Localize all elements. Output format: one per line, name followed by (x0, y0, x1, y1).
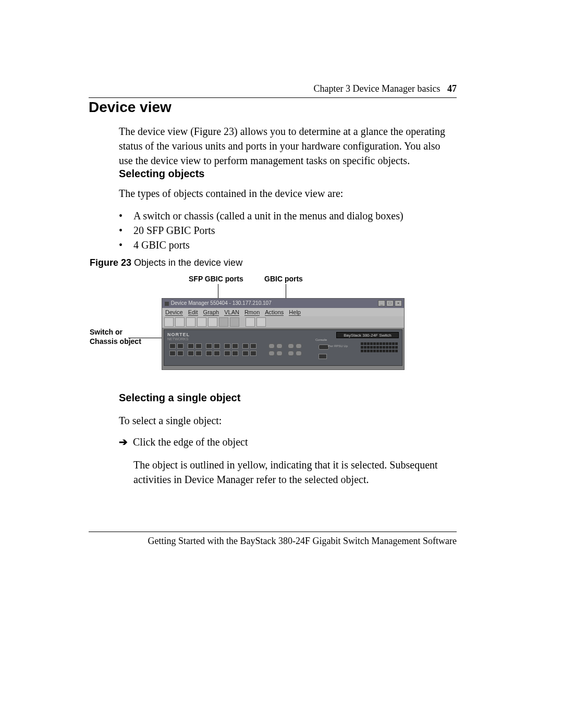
menu-device[interactable]: Device (165, 309, 183, 316)
svg-rect-0 (165, 302, 169, 306)
sfp-port[interactable] (206, 343, 212, 349)
callout-line-chassis (128, 338, 166, 338)
toolbar (162, 316, 404, 328)
document-page: Chapter 3 Device Manager basics 47 Devic… (0, 0, 563, 728)
device-manager-window: Device Manager 550404 - 130.177.210.107 … (162, 298, 405, 370)
sfp-port[interactable] (177, 351, 183, 356)
footer-rule (89, 532, 457, 532)
led-labels: Pwr RPSU Up (328, 343, 348, 349)
chapter-label: Chapter 3 Device Manager basics (314, 83, 440, 94)
object-types-list: A switch or chassis (called a unit in th… (119, 208, 447, 252)
menu-graph[interactable]: Graph (203, 309, 219, 316)
gbic-port[interactable] (268, 343, 275, 349)
callout-label-sfp: SFP GBIC ports (189, 275, 243, 283)
menu-actions[interactable]: Actions (265, 309, 284, 316)
subheading-selecting-objects: Selecting objects (119, 168, 205, 180)
sfp-port[interactable] (169, 343, 176, 349)
list-item: 20 SFP GBIC Ports (119, 223, 447, 238)
maximize-button[interactable]: □ (386, 300, 394, 306)
gbic-port[interactable] (288, 351, 294, 356)
running-header: Chapter 3 Device Manager basics 47 (89, 83, 457, 98)
footer-text: Getting Started with the BayStack 380-24… (89, 536, 457, 547)
objects-intro: The types of objects contained in the de… (119, 188, 447, 200)
instruction-step: ➔Click the edge of the object (119, 436, 248, 448)
minimize-button[interactable]: _ (378, 300, 385, 306)
gbic-port[interactable] (276, 351, 283, 356)
callout-label-gbic: GBIC ports (264, 275, 303, 283)
toolbar-button[interactable] (197, 317, 206, 327)
link-activity-icon (319, 354, 327, 359)
app-icon (164, 300, 169, 306)
sfp-port[interactable] (195, 343, 202, 349)
sfp-port[interactable] (250, 351, 256, 356)
toolbar-button[interactable] (186, 317, 195, 327)
sfp-port[interactable] (242, 343, 249, 349)
sfp-port[interactable] (224, 351, 230, 356)
toolbar-button[interactable] (256, 317, 266, 327)
chassis-object[interactable]: NORTEL NETWORKS BayStack 380-24F Switch … (164, 329, 402, 366)
arrow-icon: ➔ (119, 436, 128, 448)
toolbar-button[interactable] (230, 317, 239, 327)
toolbar-button[interactable] (246, 317, 255, 327)
menu-rmon[interactable]: Rmon (244, 309, 260, 316)
close-button[interactable]: × (395, 300, 402, 306)
gbic-port[interactable] (296, 343, 302, 349)
sfp-gbic-port-block (169, 343, 256, 356)
sfp-port[interactable] (188, 351, 194, 356)
subheading-selecting-single: Selecting a single object (119, 392, 240, 404)
toolbar-button[interactable] (164, 317, 174, 327)
toolbar-button[interactable] (175, 317, 185, 327)
figure-caption: Figure 23 Objects in the device view (90, 257, 242, 268)
gbic-port[interactable] (296, 351, 302, 356)
selection-result-paragraph: The object is outlined in yellow, indica… (133, 458, 446, 487)
figure-number: Figure 23 (90, 257, 131, 268)
figure-title: Objects in the device view (131, 257, 242, 268)
instruction-text: Click the edge of the object (133, 436, 248, 448)
sfp-port[interactable] (232, 343, 238, 349)
sfp-port[interactable] (195, 351, 202, 356)
brand-label: NORTEL (167, 332, 190, 337)
gbic-port[interactable] (268, 351, 275, 356)
menu-edit[interactable]: Edit (188, 309, 198, 316)
sfp-port[interactable] (250, 343, 256, 349)
single-select-intro: To select a single object: (119, 415, 222, 427)
list-item: 4 GBIC ports (119, 238, 447, 252)
sfp-port[interactable] (169, 351, 176, 356)
sfp-port[interactable] (188, 343, 194, 349)
window-title: Device Manager 550404 - 130.177.210.107 (171, 300, 272, 306)
sfp-port[interactable] (232, 351, 238, 356)
window-titlebar: Device Manager 550404 - 130.177.210.107 … (162, 299, 404, 308)
model-badge: BayStack 380-24F Switch (336, 332, 399, 338)
console-label: Console (315, 338, 327, 341)
page-number: 47 (447, 83, 457, 94)
sfp-port[interactable] (177, 343, 183, 349)
sfp-port[interactable] (214, 343, 220, 349)
brand-sublabel: NETWORKS (167, 337, 188, 341)
toolbar-button[interactable] (208, 317, 217, 327)
menu-vlan[interactable]: VLAN (224, 309, 239, 316)
sfp-port[interactable] (224, 343, 230, 349)
sfp-port[interactable] (242, 351, 249, 356)
menu-help[interactable]: Help (289, 309, 301, 316)
menu-bar: Device Edit Graph VLAN Rmon Actions Help (162, 308, 404, 316)
sfp-port[interactable] (214, 351, 220, 356)
status-led-grid (361, 342, 398, 352)
section-title: Device view (89, 99, 172, 116)
gbic-port[interactable] (288, 343, 294, 349)
intro-paragraph: The device view (Figure 23) allows you t… (119, 124, 447, 168)
sfp-port[interactable] (206, 351, 212, 356)
gbic-port[interactable] (276, 343, 283, 349)
toolbar-button[interactable] (219, 317, 228, 327)
gbic-port-block (268, 343, 302, 356)
callout-label-chassis: Switch or Chassis object (90, 327, 142, 346)
list-item: A switch or chassis (called a unit in th… (119, 208, 447, 223)
